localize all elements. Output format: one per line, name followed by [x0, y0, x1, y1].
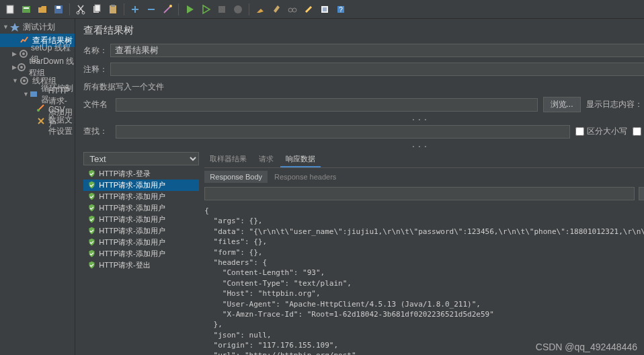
- svg-rect-2: [24, 7, 29, 9]
- svg-rect-25: [30, 91, 37, 97]
- tree-item-teardown[interactable]: ▶tearDown 线程组: [0, 61, 75, 74]
- subtab-headers[interactable]: Response headers: [269, 171, 341, 183]
- tab-sampler[interactable]: 取样器结果: [204, 152, 252, 167]
- svg-point-11: [169, 5, 172, 7]
- svg-rect-0: [7, 5, 13, 13]
- tree-label: 测试计划: [23, 22, 55, 33]
- content-panel: 查看结果树 名称： 注释： 所有数据写入一个文件 文件名 浏览... 显示日志内…: [75, 19, 644, 355]
- response-body[interactable]: { "args": {}, "data": "{\r\n\t\"user_nam…: [204, 206, 644, 355]
- regex-check[interactable]: 正则表达式: [633, 126, 644, 137]
- show-log-label: 显示日志内容：: [586, 99, 643, 110]
- file-section-label: 所有数据写入一个文件: [83, 81, 644, 93]
- template-icon[interactable]: [19, 2, 34, 17]
- tree-item-csv[interactable]: CSV 数据文件设置: [0, 114, 75, 128]
- result-row[interactable]: HTTP请求-登出: [83, 260, 199, 271]
- svg-point-26: [37, 109, 40, 112]
- case-check[interactable]: 区分大小写: [575, 126, 627, 137]
- svg-text:?: ?: [339, 6, 343, 13]
- stop-all-icon[interactable]: [231, 2, 245, 17]
- toolbar: ?: [0, 0, 644, 19]
- result-row[interactable]: HTTP请求-添加用户: [83, 202, 199, 214]
- search-label: 查找：: [83, 126, 110, 137]
- svg-point-13: [234, 5, 242, 13]
- svg-point-20: [22, 52, 25, 55]
- svg-point-15: [292, 8, 296, 12]
- binoc-icon[interactable]: [285, 2, 300, 17]
- result-row[interactable]: HTTP请求-添加用户: [83, 248, 199, 260]
- svg-rect-8: [95, 5, 100, 11]
- play-sel-icon[interactable]: [198, 2, 213, 17]
- tab-response[interactable]: 响应数据: [280, 152, 321, 167]
- name-input[interactable]: [110, 44, 644, 57]
- name-label: 名称：: [83, 45, 110, 56]
- help-icon[interactable]: ?: [333, 2, 348, 17]
- open-icon[interactable]: [35, 2, 50, 17]
- divider-dots-2: • • •: [83, 143, 644, 149]
- comment-label: 注释：: [83, 64, 110, 75]
- cut-icon[interactable]: [73, 2, 88, 17]
- subtab-body[interactable]: Response Body: [204, 171, 268, 183]
- result-row[interactable]: HTTP请求-添加用户: [83, 237, 199, 248]
- copy-icon[interactable]: [89, 2, 104, 17]
- result-row[interactable]: HTTP请求-添加用户: [83, 214, 199, 225]
- save-icon[interactable]: [51, 2, 66, 17]
- svg-rect-12: [218, 6, 225, 13]
- result-row[interactable]: HTTP请求-添加用户: [83, 191, 199, 202]
- test-plan-tree[interactable]: ▼测试计划 查看结果树 ▶setUp 线程组 ▶tearDown 线程组 ▼线程…: [0, 19, 75, 355]
- detail-panel: 取样器结果 请求 响应数据 Response Body Response hea…: [204, 152, 644, 355]
- browse-button[interactable]: 浏览...: [543, 97, 581, 112]
- filename-input[interactable]: [116, 98, 537, 112]
- filename-label: 文件名: [83, 99, 110, 110]
- svg-rect-10: [111, 5, 115, 7]
- result-row[interactable]: HTTP请求-添加用户: [83, 225, 199, 237]
- wand-icon[interactable]: [160, 2, 175, 17]
- sweep-icon[interactable]: [253, 2, 268, 17]
- divider-dots: • • •: [83, 116, 644, 122]
- svg-rect-4: [56, 6, 61, 9]
- paste-icon[interactable]: [106, 2, 120, 17]
- new-icon[interactable]: [3, 2, 17, 17]
- list-icon[interactable]: [317, 2, 332, 17]
- renderer-select[interactable]: Text: [83, 152, 199, 165]
- svg-rect-1: [22, 6, 30, 13]
- stop-icon[interactable]: [214, 2, 229, 17]
- comment-input[interactable]: [110, 63, 644, 76]
- add-icon[interactable]: [128, 2, 143, 17]
- result-tree-panel: Text HTTP请求-登录 HTTP请求-添加用户 HTTP请求-添加用户 H…: [83, 152, 199, 355]
- play-icon[interactable]: [182, 2, 197, 17]
- find-button[interactable]: Find: [639, 187, 644, 200]
- svg-point-22: [20, 66, 23, 69]
- result-row[interactable]: HTTP请求-添加用户: [83, 180, 199, 191]
- page-title: 查看结果树: [83, 24, 644, 37]
- broom-icon[interactable]: [269, 2, 284, 17]
- result-list[interactable]: HTTP请求-登录 HTTP请求-添加用户 HTTP请求-添加用户 HTTP请求…: [83, 168, 199, 271]
- clean-icon[interactable]: [301, 2, 316, 17]
- result-row[interactable]: HTTP请求-登录: [83, 168, 199, 180]
- search-input[interactable]: [116, 125, 569, 139]
- tab-request[interactable]: 请求: [253, 152, 279, 167]
- find-input[interactable]: [204, 187, 635, 200]
- remove-icon[interactable]: [144, 2, 159, 17]
- tree-root[interactable]: ▼测试计划: [0, 20, 75, 34]
- svg-point-24: [23, 79, 26, 82]
- svg-point-14: [288, 8, 292, 12]
